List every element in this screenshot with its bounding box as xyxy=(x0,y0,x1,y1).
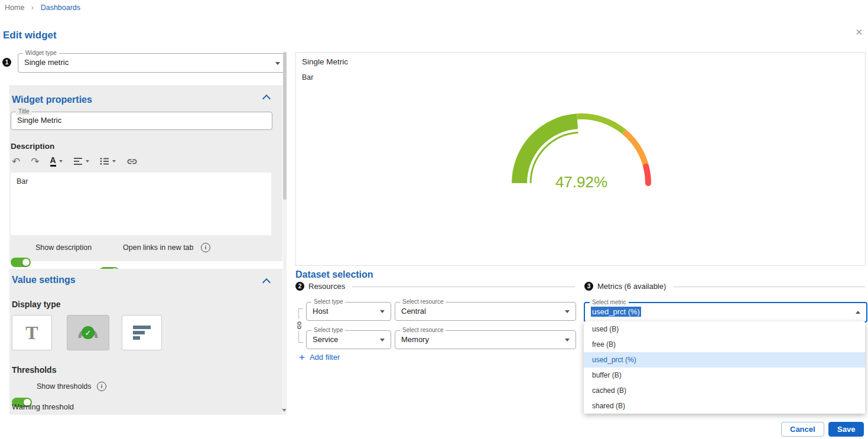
metric-select-value: used_prct (%) xyxy=(591,307,641,317)
chevron-down-icon xyxy=(380,310,385,313)
metrics-divider xyxy=(674,287,865,287)
add-icon: + xyxy=(299,352,305,362)
resource-type-select-2[interactable]: Select type Service xyxy=(306,330,391,349)
widget-properties-section: Widget properties Title Description ↶ ↷ … xyxy=(9,85,282,261)
link-icon xyxy=(126,156,138,167)
thresholds-label: Thresholds xyxy=(12,365,56,375)
metric-option[interactable]: cached (B) xyxy=(584,383,865,398)
widget-preview-panel: Single Metric Bar 47.92% xyxy=(295,52,866,266)
title-input[interactable] xyxy=(11,112,258,128)
resource-select-2[interactable]: Select resource Memory xyxy=(395,330,576,349)
scrollbar-thumb[interactable] xyxy=(283,52,287,200)
open-links-info-icon[interactable]: i xyxy=(201,243,210,252)
breadcrumb-separator-icon: › xyxy=(31,3,34,12)
widget-properties-heading: Widget properties xyxy=(11,90,92,105)
undo-icon[interactable]: ↶ xyxy=(12,157,20,167)
chevron-down-icon xyxy=(275,62,280,65)
left-panel-scrollbar[interactable] xyxy=(283,52,287,415)
resource-label-2: Select resource xyxy=(400,327,446,334)
chevron-down-icon xyxy=(380,339,385,342)
widget-type-label: Widget type xyxy=(23,50,59,57)
chevron-down-icon xyxy=(59,160,63,162)
metric-option[interactable]: free (B) xyxy=(584,337,865,352)
description-editor[interactable]: Bar xyxy=(11,173,271,235)
value-settings-section: Value settings Display type T ✓ Threshol… xyxy=(9,269,282,415)
metric-option[interactable]: shared (B) xyxy=(584,398,865,414)
add-filter-button[interactable]: + Add filter xyxy=(299,352,340,362)
align-icon xyxy=(73,157,83,165)
chevron-down-icon xyxy=(565,339,570,342)
collapse-value-settings-icon[interactable] xyxy=(262,278,271,287)
collapse-widget-properties-icon[interactable] xyxy=(262,95,271,103)
scroll-down-icon[interactable] xyxy=(282,409,287,412)
open-links-label: Open links in new tab xyxy=(123,243,194,252)
step-3-badge: 3 xyxy=(584,282,593,291)
bar-chart-icon xyxy=(133,326,151,340)
text-color-icon: A xyxy=(50,156,56,167)
resource-type-select-1[interactable]: Select type Host xyxy=(306,302,391,321)
resources-divider xyxy=(352,287,575,287)
chevron-up-icon xyxy=(856,311,860,314)
breadcrumb-dashboards[interactable]: Dashboards xyxy=(41,4,80,12)
display-type-bar-option[interactable] xyxy=(122,315,162,350)
breadcrumb-home[interactable]: Home xyxy=(5,4,24,12)
title-field[interactable]: Title xyxy=(11,112,272,130)
text-display-icon: T xyxy=(25,322,38,344)
display-type-label: Display type xyxy=(12,300,60,309)
page-title: Edit widget xyxy=(3,30,57,41)
display-type-text-option[interactable]: T xyxy=(12,315,52,350)
save-button[interactable]: Save xyxy=(828,422,864,437)
thresholds-info-icon[interactable]: i xyxy=(97,382,106,391)
title-field-label: Title xyxy=(16,108,32,115)
metric-option[interactable]: used (B) xyxy=(584,321,865,337)
list-button[interactable] xyxy=(100,157,116,165)
show-description-toggle[interactable] xyxy=(11,258,31,267)
richtext-toolbar: ↶ ↷ A xyxy=(12,155,138,168)
text-color-button[interactable]: A xyxy=(50,156,63,167)
resource-select-1[interactable]: Select resource Central xyxy=(395,302,576,321)
description-label: Description xyxy=(11,142,54,151)
warning-threshold-label: Warning threshold xyxy=(12,402,74,411)
list-icon xyxy=(100,157,109,165)
metric-option[interactable]: buffer (B) xyxy=(584,368,865,383)
link-button[interactable] xyxy=(126,156,138,167)
close-icon[interactable]: × xyxy=(856,26,863,38)
selected-check-icon: ✓ xyxy=(82,326,95,339)
resource-type-label-2: Select type xyxy=(311,327,345,334)
edit-widget-page: Home › Dashboards Edit widget × 1 Widget… xyxy=(0,0,868,439)
gauge-chart: 47.92% xyxy=(505,110,658,191)
metrics-label: Metrics (6 available) xyxy=(597,282,666,291)
chevron-down-icon xyxy=(112,160,116,162)
link-icon xyxy=(295,321,304,330)
metric-select[interactable]: Select metric used_prct (%) xyxy=(584,302,867,323)
show-description-label: Show description xyxy=(35,243,92,252)
show-thresholds-label: Show thresholds xyxy=(37,382,91,391)
cancel-button[interactable]: Cancel xyxy=(781,422,824,437)
description-text: Bar xyxy=(11,173,271,190)
step-1-badge: 1 xyxy=(2,58,11,67)
display-type-gauge-option[interactable]: ✓ xyxy=(67,315,109,350)
gauge-value: 47.92% xyxy=(505,173,658,191)
metric-option-selected[interactable]: used_prct (%) xyxy=(584,352,865,368)
preview-description: Bar xyxy=(302,73,313,82)
resource-type-label-1: Select type xyxy=(311,298,345,305)
chevron-down-icon xyxy=(86,160,89,162)
metric-select-label: Select metric xyxy=(590,299,629,306)
step-2-badge: 2 xyxy=(295,282,304,291)
preview-title: Single Metric xyxy=(302,57,348,66)
add-filter-label: Add filter xyxy=(310,353,340,362)
resource-label-1: Select resource xyxy=(400,298,446,305)
widget-type-select[interactable]: Widget type Single metric xyxy=(18,53,287,73)
metric-options-menu: used (B) free (B) used_prct (%) buffer (… xyxy=(584,321,865,414)
value-settings-heading: Value settings xyxy=(9,269,76,285)
redo-icon[interactable]: ↷ xyxy=(31,157,39,167)
resource-link-chip[interactable] xyxy=(294,319,304,331)
align-button[interactable] xyxy=(73,157,89,165)
breadcrumb: Home › Dashboards xyxy=(5,3,80,12)
resources-label: Resources xyxy=(308,282,345,291)
dataset-selection-heading: Dataset selection xyxy=(295,269,373,280)
chevron-down-icon xyxy=(565,310,570,313)
